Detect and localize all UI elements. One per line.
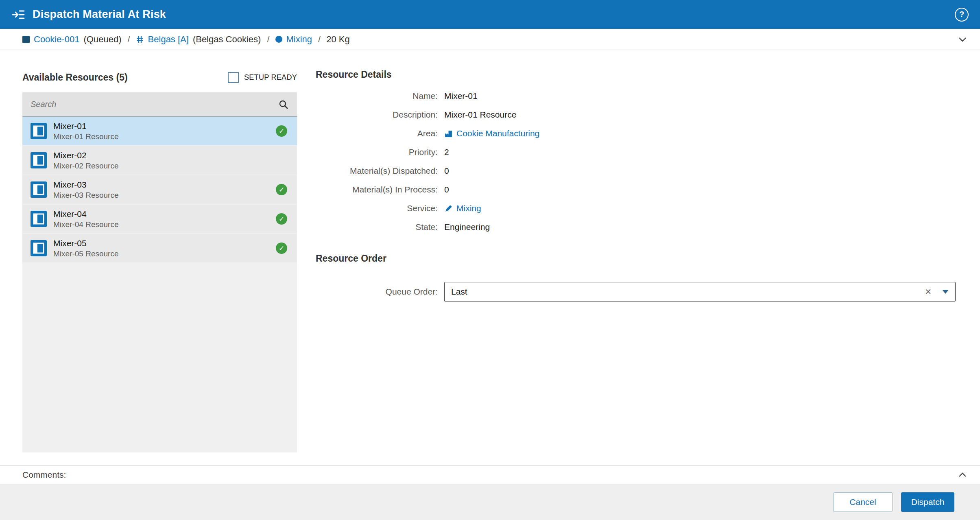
queue-order-label: Queue Order: [316,286,438,298]
field-materials-dispatched: Material(s) Dispatched: 0 [316,165,956,177]
field-value: 0 [444,184,449,196]
field-value: 0 [444,165,449,177]
field-value: Cookie Manufacturing [444,127,539,140]
breadcrumb-link-process[interactable]: Belgas [A] [148,34,189,45]
resource-order-heading: Resource Order [316,253,956,264]
ready-check-icon: ✓ [276,213,287,225]
list-item[interactable]: Mixer-03 Mixer-03 Resource ✓ [22,175,297,204]
resource-icon [31,123,47,139]
material-icon [22,36,30,43]
field-value: 2 [444,146,449,158]
comments-label: Comments: [22,470,66,480]
comments-bar[interactable]: Comments: [0,465,980,484]
field-label: Material(s) In Process: [316,184,438,196]
setup-ready-checkbox[interactable] [228,72,239,83]
field-value: Mixer-01 [444,90,478,102]
chevron-up-icon[interactable] [958,472,967,478]
breadcrumb-detail-material: (Queued) [84,34,122,45]
help-icon[interactable]: ? [955,8,969,22]
resource-icon [31,240,47,256]
field-name: Name: Mixer-01 [316,90,956,102]
resource-list: Mixer-01 Mixer-01 Resource ✓ Mixer-02 Mi… [22,92,297,452]
resource-icon [31,152,47,168]
breadcrumb-detail-process: (Belgas Cookies) [193,34,261,45]
list-item[interactable]: Mixer-05 Mixer-05 Resource ✓ [22,234,297,262]
main-content: Available Resources (5) SETUP READY [0,50,980,465]
field-label: Service: [316,202,438,214]
dispatch-button[interactable]: Dispatch [901,492,954,512]
resource-name: Mixer-05 [53,238,276,248]
field-value: Mixing [444,202,481,214]
field-materials-in-process: Material(s) In Process: 0 [316,184,956,196]
resource-text: Mixer-04 Mixer-04 Resource [53,209,276,229]
field-value: Mixer-01 Resource [444,109,516,121]
process-icon [136,35,144,44]
resource-description: Mixer-02 Resource [53,162,276,170]
area-icon [444,129,453,138]
setup-ready-control[interactable]: SETUP READY [228,72,297,83]
service-icon [444,204,453,213]
field-description: Description: Mixer-01 Resource [316,109,956,121]
field-label: Area: [316,127,438,140]
breadcrumb-separator: / [318,34,321,45]
service-link[interactable]: Mixing [456,202,481,214]
field-label: Priority: [316,146,438,158]
resource-icon [31,211,47,227]
field-label: State: [316,221,438,233]
ready-check-icon: ✓ [276,184,287,195]
field-priority: Priority: 2 [316,146,956,158]
search-icon[interactable] [278,99,289,110]
breadcrumb-separator: / [267,34,269,45]
field-label: Material(s) Dispatched: [316,165,438,177]
resource-name: Mixer-04 [53,209,276,219]
breadcrumb-segment-process: Belgas [A] (Belgas Cookies) / [136,34,270,45]
quantity-label: 20 Kg [326,34,350,45]
queue-order-select[interactable]: Last ✕ [444,282,956,302]
field-area: Area: Cookie Manufacturing [316,127,956,140]
search-bar [22,92,297,117]
resource-details-panel: Resource Details Name: Mixer-01 Descript… [316,69,956,465]
resource-details-heading: Resource Details [316,69,956,80]
resource-name: Mixer-01 [53,121,276,131]
cancel-button[interactable]: Cancel [833,492,893,512]
field-label: Name: [316,90,438,102]
resource-icon [31,181,47,198]
resource-rows: Mixer-01 Mixer-01 Resource ✓ Mixer-02 Mi… [22,117,297,452]
breadcrumb-link-step[interactable]: Mixing [286,34,312,45]
breadcrumb-segment-quantity: 20 Kg [326,34,350,45]
list-item[interactable]: Mixer-01 Mixer-01 Resource ✓ [22,117,297,145]
setup-ready-label: SETUP READY [244,73,297,82]
resource-name: Mixer-02 [53,151,276,160]
breadcrumb-separator: / [127,34,130,45]
search-input[interactable] [31,100,278,109]
caret-down-icon[interactable] [942,290,949,294]
titlebar: Dispatch Material At Risk ? [0,0,980,29]
breadcrumb-segment-step: Mixing / [275,34,321,45]
field-state: State: Engineering [316,221,956,233]
ready-check-icon: ✓ [276,125,287,137]
step-icon [275,36,282,43]
resource-details-fields: Name: Mixer-01 Description: Mixer-01 Res… [316,90,956,240]
clear-icon[interactable]: ✕ [925,286,932,298]
list-item[interactable]: Mixer-04 Mixer-04 Resource ✓ [22,205,297,233]
resource-name: Mixer-03 [53,180,276,190]
resource-text: Mixer-05 Mixer-05 Resource [53,238,276,258]
breadcrumb-link-material[interactable]: Cookie-001 [34,34,80,45]
resource-description: Mixer-04 Resource [53,220,276,229]
queue-order-row: Queue Order: Last ✕ [316,282,956,302]
breadcrumb: Cookie-001 (Queued) / Belgas [A] (Belgas… [0,29,980,50]
list-item[interactable]: Mixer-02 Mixer-02 Resource ✓ [22,146,297,175]
chevron-down-icon[interactable] [958,36,967,43]
resource-description: Mixer-05 Resource [53,249,276,258]
page-title: Dispatch Material At Risk [33,8,947,21]
area-link[interactable]: Cookie Manufacturing [456,127,539,140]
resource-description: Mixer-03 Resource [53,191,276,200]
field-label: Description: [316,109,438,121]
field-service: Service: Mixing [316,202,956,214]
available-resources-header: Available Resources (5) SETUP READY [22,69,297,85]
resource-description: Mixer-01 Resource [53,132,276,141]
breadcrumb-segment-material: Cookie-001 (Queued) / [22,34,130,45]
dispatch-material-icon [11,8,25,22]
resource-text: Mixer-03 Mixer-03 Resource [53,180,276,200]
available-resources-panel: Available Resources (5) SETUP READY [22,69,297,465]
